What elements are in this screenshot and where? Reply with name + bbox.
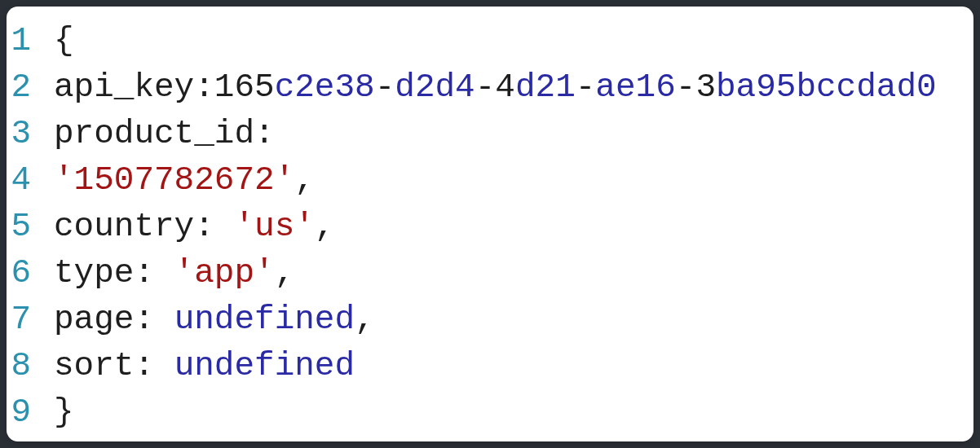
string-value: 'app' — [174, 254, 275, 292]
line-number: 5 — [7, 204, 54, 250]
key-sort: sort: — [54, 347, 174, 384]
code-line: 6 type: 'app', — [7, 250, 973, 296]
token: - — [475, 68, 496, 106]
comma: , — [355, 301, 375, 338]
code-content: api_key:165c2e38-d2d4-4d21-ae16-3ba95bcc… — [54, 64, 937, 111]
token: 4 — [495, 68, 515, 106]
key-type: type: — [54, 254, 174, 292]
comma: , — [294, 161, 315, 199]
comma: , — [315, 208, 335, 245]
keyword-undefined: undefined — [174, 301, 355, 338]
code-line: 2 api_key:165c2e38-d2d4-4d21-ae16-3ba95b… — [7, 64, 973, 111]
line-number: 4 — [7, 157, 54, 204]
key-api-key: api_key: — [54, 68, 214, 106]
key-page: page: — [54, 301, 174, 338]
line-number: 9 — [7, 389, 54, 436]
token: ba95bccdad0 — [716, 68, 937, 106]
token: 165 — [214, 68, 275, 106]
code-content: page: undefined, — [54, 296, 375, 343]
key-product-id: product_id: — [54, 115, 275, 152]
code-content: } — [54, 389, 74, 436]
code-line: 3 product_id: — [7, 111, 973, 157]
token: d2d4 — [395, 68, 475, 106]
code-content: product_id: — [54, 111, 275, 157]
brace-close: } — [54, 393, 74, 431]
code-editor-panel[interactable]: 1 { 2 api_key:165c2e38-d2d4-4d21-ae16-3b… — [7, 7, 973, 441]
token: - — [576, 68, 596, 106]
code-line: 8 sort: undefined — [7, 343, 973, 389]
code-line: 4 '1507782672', — [7, 157, 973, 204]
line-number: 3 — [7, 111, 54, 157]
token: ae16 — [595, 68, 675, 106]
code-line: 1 { — [7, 18, 973, 64]
line-number: 6 — [7, 250, 54, 296]
brace-open: { — [54, 22, 74, 59]
line-number: 8 — [7, 343, 54, 389]
token: d21 — [515, 68, 576, 106]
code-line: 7 page: undefined, — [7, 296, 973, 343]
token: - — [676, 68, 696, 106]
token: c2e38 — [275, 68, 375, 106]
string-value: 'us' — [234, 208, 314, 245]
keyword-undefined: undefined — [174, 347, 355, 384]
string-value: '1507782672' — [54, 161, 294, 199]
code-content: '1507782672', — [54, 157, 315, 204]
code-line: 5 country: 'us', — [7, 204, 973, 250]
token: - — [375, 68, 395, 106]
line-number: 2 — [7, 64, 54, 111]
key-country: country: — [54, 208, 234, 245]
comma: , — [275, 254, 295, 292]
line-number: 7 — [7, 296, 54, 343]
token: 3 — [695, 68, 716, 106]
line-number: 1 — [7, 18, 54, 64]
code-content: country: 'us', — [54, 204, 334, 250]
code-content: { — [54, 18, 74, 64]
code-content: type: 'app', — [54, 250, 294, 296]
code-line: 9 } — [7, 389, 973, 436]
code-content: sort: undefined — [54, 343, 355, 389]
